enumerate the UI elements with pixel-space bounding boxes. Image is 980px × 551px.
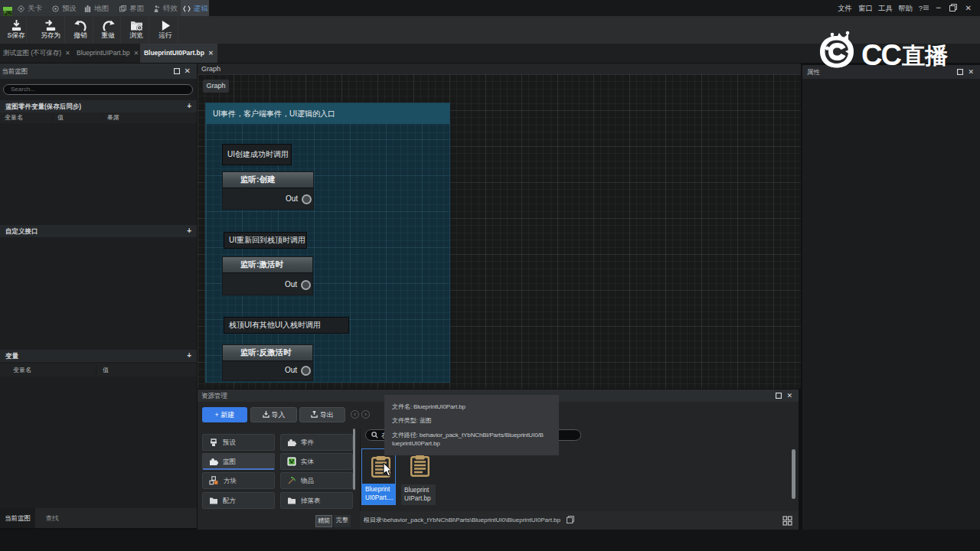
svg-text:直播: 直播: [902, 43, 949, 68]
svg-text:CC: CC: [861, 39, 901, 71]
